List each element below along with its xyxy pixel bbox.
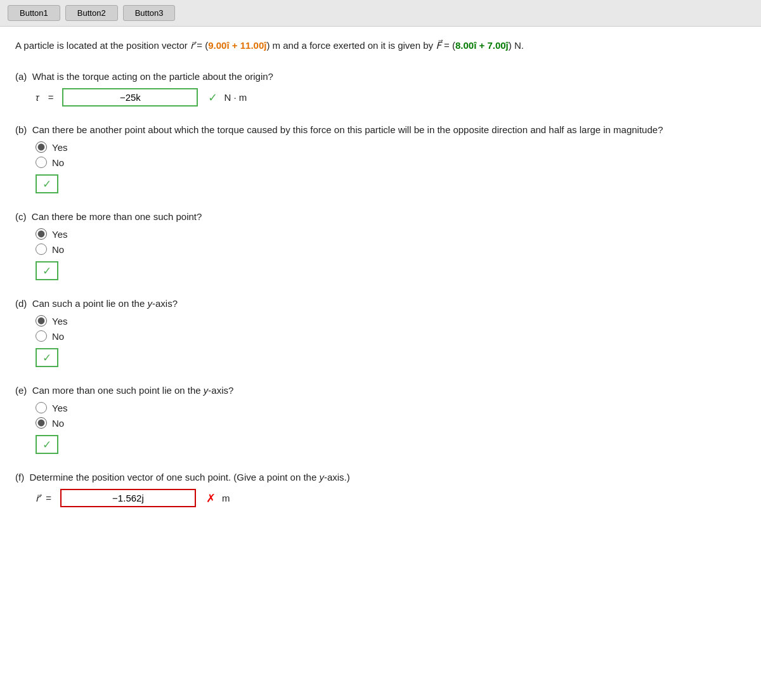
part-d-radio-no[interactable]: [36, 330, 47, 342]
main-content: A particle is located at the position ve…: [0, 27, 736, 544]
part-e-submit[interactable]: ✓: [36, 435, 58, 454]
part-e: (e) Can more than one such point lie on …: [15, 385, 720, 454]
part-d-submit[interactable]: ✓: [36, 348, 58, 367]
part-b-no-label: No: [52, 157, 64, 168]
part-f-answer-row: r⃗ = ✗ m: [36, 489, 720, 507]
equals-f: =: [46, 493, 51, 503]
part-b-submit[interactable]: ✓: [36, 174, 58, 193]
part-c-radio-group: Yes No: [36, 228, 720, 255]
part-c-check-icon: ✓: [42, 264, 51, 278]
cross-f: ✗: [206, 491, 216, 505]
part-d: (d) Can such a point lie on the y-axis? …: [15, 298, 720, 367]
unit-f: m: [222, 493, 230, 503]
part-d-no-label: No: [52, 331, 64, 342]
part-b-option-yes[interactable]: Yes: [36, 141, 720, 153]
part-b-check-icon: ✓: [42, 178, 51, 191]
part-b-option-no[interactable]: No: [36, 157, 720, 168]
part-b-label: (b) Can there be another point about whi…: [15, 124, 720, 135]
part-e-check-icon: ✓: [42, 438, 51, 451]
part-d-label: (d) Can such a point lie on the y-axis?: [15, 298, 720, 309]
part-a: (a) What is the torque acting on the par…: [15, 71, 720, 107]
problem-statement-section: A particle is located at the position ve…: [15, 38, 720, 53]
part-c-radio-yes[interactable]: [36, 228, 47, 240]
part-c-radio-no[interactable]: [36, 243, 47, 255]
part-b: (b) Can there be another point about whi…: [15, 124, 720, 193]
part-c-yes-label: Yes: [52, 229, 67, 240]
part-c-label: (c) Can there be more than one such poin…: [15, 211, 720, 222]
part-a-answer-row: τ = ✓ N · m: [36, 88, 720, 107]
part-c-submit[interactable]: ✓: [36, 261, 58, 280]
part-d-option-no[interactable]: No: [36, 330, 720, 342]
part-b-radio-group: Yes No: [36, 141, 720, 168]
part-b-radio-no[interactable]: [36, 157, 47, 168]
part-d-radio-yes[interactable]: [36, 315, 47, 327]
part-d-check-icon: ✓: [42, 351, 51, 365]
part-c-option-yes[interactable]: Yes: [36, 228, 720, 240]
part-e-radio-yes[interactable]: [36, 402, 47, 413]
part-c-option-no[interactable]: No: [36, 243, 720, 255]
part-e-no-label: No: [52, 418, 64, 429]
r-vec-value: 9.00î + 11.00ĵ: [208, 40, 266, 51]
unit-a: N · m: [224, 92, 247, 103]
part-e-radio-no[interactable]: [36, 417, 47, 429]
f-vec-label: F⃗: [436, 38, 441, 53]
part-d-radio-group: Yes No: [36, 315, 720, 342]
part-d-option-yes[interactable]: Yes: [36, 315, 720, 327]
part-f-label: (f) Determine the position vector of one…: [15, 472, 720, 483]
part-b-radio-yes[interactable]: [36, 141, 47, 153]
part-e-option-yes[interactable]: Yes: [36, 402, 720, 413]
torque-input[interactable]: [62, 88, 198, 107]
part-c-no-label: No: [52, 244, 64, 255]
part-e-radio-group: Yes No: [36, 402, 720, 429]
r-vec-label: r⃗: [190, 38, 194, 53]
problem-text: A particle is located at the position ve…: [15, 38, 720, 53]
top-bar: Button1 Button2 Button3: [0, 0, 761, 27]
part-e-option-no[interactable]: No: [36, 417, 720, 429]
part-c: (c) Can there be more than one such poin…: [15, 211, 720, 280]
part-a-label: (a) What is the torque acting on the par…: [15, 71, 720, 82]
equals-a: =: [48, 92, 54, 103]
position-input[interactable]: [60, 489, 196, 507]
part-e-label: (e) Can more than one such point lie on …: [15, 385, 720, 396]
r-label-f: r⃗: [36, 493, 39, 504]
part-e-yes-label: Yes: [52, 403, 67, 413]
part-f: (f) Determine the position vector of one…: [15, 472, 720, 507]
part-d-yes-label: Yes: [52, 316, 67, 327]
part-b-yes-label: Yes: [52, 142, 67, 153]
top-btn-1[interactable]: Button1: [8, 5, 60, 21]
check-a: ✓: [208, 91, 218, 105]
f-vec-value: 8.00î + 7.00ĵ: [455, 40, 509, 51]
tau-label: τ: [36, 92, 39, 103]
top-btn-2[interactable]: Button2: [65, 5, 118, 21]
top-btn-3[interactable]: Button3: [123, 5, 176, 21]
